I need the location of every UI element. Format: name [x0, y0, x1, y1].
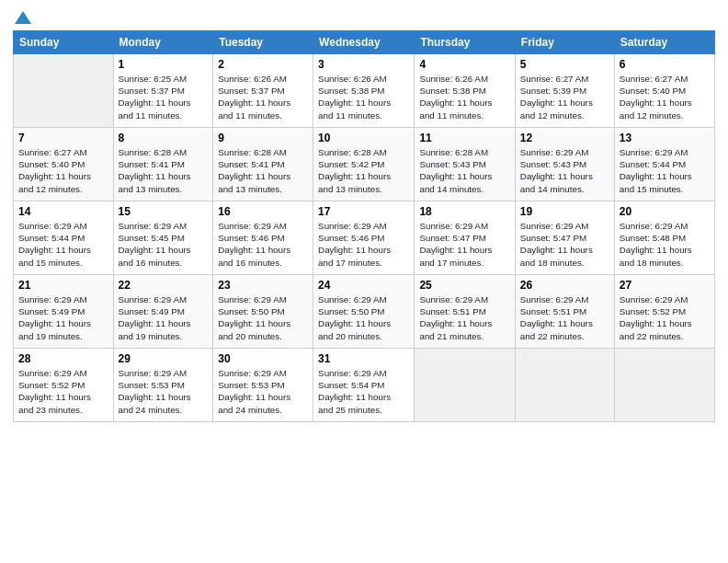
day-info: Sunrise: 6:29 AM Sunset: 5:48 PM Dayligh… — [620, 220, 710, 269]
day-number: 27 — [620, 279, 710, 292]
day-info: Sunrise: 6:25 AM Sunset: 5:37 PM Dayligh… — [119, 73, 209, 121]
weekday-header-friday: Friday — [515, 31, 614, 54]
calendar-cell — [14, 54, 114, 128]
day-info: Sunrise: 6:27 AM Sunset: 5:39 PM Dayligh… — [520, 73, 609, 121]
calendar-cell: 7Sunrise: 6:27 AM Sunset: 5:40 PM Daylig… — [14, 128, 114, 201]
weekday-header-thursday: Thursday — [415, 31, 515, 54]
weekday-header-saturday: Saturday — [614, 31, 714, 54]
calendar-table: SundayMondayTuesdayWednesdayThursdayFrid… — [13, 30, 715, 422]
day-info: Sunrise: 6:29 AM Sunset: 5:45 PM Dayligh… — [119, 220, 209, 269]
day-number: 12 — [520, 132, 609, 144]
calendar-cell: 28Sunrise: 6:29 AM Sunset: 5:52 PM Dayli… — [14, 349, 114, 422]
calendar-cell: 3Sunrise: 6:26 AM Sunset: 5:38 PM Daylig… — [313, 54, 415, 128]
day-number: 3 — [318, 58, 409, 71]
day-info: Sunrise: 6:28 AM Sunset: 5:41 PM Dayligh… — [218, 146, 308, 195]
calendar-cell: 10Sunrise: 6:28 AM Sunset: 5:42 PM Dayli… — [313, 128, 415, 201]
calendar-cell: 2Sunrise: 6:26 AM Sunset: 5:37 PM Daylig… — [213, 54, 313, 128]
day-number: 24 — [318, 279, 409, 292]
day-number: 4 — [419, 58, 509, 71]
day-info: Sunrise: 6:26 AM Sunset: 5:38 PM Dayligh… — [318, 73, 409, 121]
calendar-cell: 13Sunrise: 6:29 AM Sunset: 5:44 PM Dayli… — [614, 128, 714, 201]
day-info: Sunrise: 6:29 AM Sunset: 5:46 PM Dayligh… — [318, 220, 409, 269]
day-number: 18 — [419, 205, 509, 218]
calendar-cell: 6Sunrise: 6:27 AM Sunset: 5:40 PM Daylig… — [614, 54, 714, 128]
week-row-2: 7Sunrise: 6:27 AM Sunset: 5:40 PM Daylig… — [14, 128, 715, 201]
calendar-cell: 16Sunrise: 6:29 AM Sunset: 5:46 PM Dayli… — [213, 201, 313, 275]
calendar-cell: 24Sunrise: 6:29 AM Sunset: 5:50 PM Dayli… — [313, 275, 415, 349]
day-number: 21 — [18, 279, 108, 292]
day-info: Sunrise: 6:29 AM Sunset: 5:46 PM Dayligh… — [218, 220, 308, 269]
day-info: Sunrise: 6:28 AM Sunset: 5:43 PM Dayligh… — [419, 146, 509, 195]
weekday-header-tuesday: Tuesday — [213, 31, 313, 54]
calendar-cell: 23Sunrise: 6:29 AM Sunset: 5:50 PM Dayli… — [213, 275, 313, 349]
day-info: Sunrise: 6:29 AM Sunset: 5:50 PM Dayligh… — [218, 293, 308, 342]
day-number: 8 — [119, 132, 209, 144]
day-number: 9 — [218, 132, 308, 144]
calendar-cell: 12Sunrise: 6:29 AM Sunset: 5:43 PM Dayli… — [515, 128, 614, 201]
header — [13, 9, 715, 23]
day-info: Sunrise: 6:29 AM Sunset: 5:49 PM Dayligh… — [18, 293, 108, 342]
day-info: Sunrise: 6:29 AM Sunset: 5:47 PM Dayligh… — [520, 220, 609, 269]
weekday-header-sunday: Sunday — [14, 31, 114, 54]
calendar-cell: 17Sunrise: 6:29 AM Sunset: 5:46 PM Dayli… — [313, 201, 415, 275]
day-info: Sunrise: 6:29 AM Sunset: 5:53 PM Dayligh… — [119, 367, 209, 416]
day-number: 29 — [119, 352, 209, 365]
week-row-5: 28Sunrise: 6:29 AM Sunset: 5:52 PM Dayli… — [14, 349, 715, 422]
calendar-cell: 5Sunrise: 6:27 AM Sunset: 5:39 PM Daylig… — [515, 54, 614, 128]
calendar-cell: 22Sunrise: 6:29 AM Sunset: 5:49 PM Dayli… — [113, 275, 213, 349]
day-info: Sunrise: 6:26 AM Sunset: 5:38 PM Dayligh… — [419, 73, 509, 121]
day-number: 6 — [620, 58, 710, 71]
day-number: 10 — [318, 132, 409, 144]
day-info: Sunrise: 6:29 AM Sunset: 5:53 PM Dayligh… — [218, 367, 308, 416]
calendar-cell — [415, 349, 515, 422]
calendar-cell: 11Sunrise: 6:28 AM Sunset: 5:43 PM Dayli… — [415, 128, 515, 201]
day-number: 20 — [620, 205, 710, 218]
day-number: 25 — [419, 279, 509, 292]
day-info: Sunrise: 6:29 AM Sunset: 5:44 PM Dayligh… — [18, 220, 108, 269]
calendar-cell: 31Sunrise: 6:29 AM Sunset: 5:54 PM Dayli… — [313, 349, 415, 422]
logo-icon — [15, 9, 31, 26]
day-info: Sunrise: 6:29 AM Sunset: 5:52 PM Dayligh… — [620, 293, 710, 342]
calendar-cell: 15Sunrise: 6:29 AM Sunset: 5:45 PM Dayli… — [113, 201, 213, 275]
day-number: 26 — [520, 279, 609, 292]
week-row-3: 14Sunrise: 6:29 AM Sunset: 5:44 PM Dayli… — [14, 201, 715, 275]
day-info: Sunrise: 6:29 AM Sunset: 5:47 PM Dayligh… — [419, 220, 509, 269]
day-number: 5 — [520, 58, 609, 71]
logo — [13, 9, 31, 23]
calendar-cell — [515, 349, 614, 422]
day-number: 31 — [318, 352, 409, 365]
day-info: Sunrise: 6:29 AM Sunset: 5:52 PM Dayligh… — [18, 367, 108, 416]
week-row-1: 1Sunrise: 6:25 AM Sunset: 5:37 PM Daylig… — [14, 54, 715, 128]
day-number: 28 — [18, 352, 108, 365]
day-info: Sunrise: 6:29 AM Sunset: 5:43 PM Dayligh… — [520, 146, 609, 195]
calendar-cell: 1Sunrise: 6:25 AM Sunset: 5:37 PM Daylig… — [113, 54, 213, 128]
day-number: 1 — [119, 58, 209, 71]
page-container: SundayMondayTuesdayWednesdayThursdayFrid… — [0, 0, 728, 431]
calendar-cell: 18Sunrise: 6:29 AM Sunset: 5:47 PM Dayli… — [415, 201, 515, 275]
calendar-cell: 29Sunrise: 6:29 AM Sunset: 5:53 PM Dayli… — [113, 349, 213, 422]
day-number: 16 — [218, 205, 308, 218]
calendar-cell: 14Sunrise: 6:29 AM Sunset: 5:44 PM Dayli… — [14, 201, 114, 275]
weekday-header-wednesday: Wednesday — [313, 31, 415, 54]
day-info: Sunrise: 6:29 AM Sunset: 5:51 PM Dayligh… — [520, 293, 609, 342]
calendar-cell: 4Sunrise: 6:26 AM Sunset: 5:38 PM Daylig… — [415, 54, 515, 128]
day-number: 13 — [620, 132, 710, 144]
day-number: 23 — [218, 279, 308, 292]
weekday-header-monday: Monday — [113, 31, 213, 54]
day-info: Sunrise: 6:26 AM Sunset: 5:37 PM Dayligh… — [218, 73, 308, 121]
day-number: 15 — [119, 205, 209, 218]
calendar-cell: 21Sunrise: 6:29 AM Sunset: 5:49 PM Dayli… — [14, 275, 114, 349]
week-row-4: 21Sunrise: 6:29 AM Sunset: 5:49 PM Dayli… — [14, 275, 715, 349]
day-info: Sunrise: 6:29 AM Sunset: 5:51 PM Dayligh… — [419, 293, 509, 342]
day-number: 14 — [18, 205, 108, 218]
calendar-cell: 20Sunrise: 6:29 AM Sunset: 5:48 PM Dayli… — [614, 201, 714, 275]
day-number: 11 — [419, 132, 509, 144]
calendar-cell: 9Sunrise: 6:28 AM Sunset: 5:41 PM Daylig… — [213, 128, 313, 201]
day-info: Sunrise: 6:29 AM Sunset: 5:54 PM Dayligh… — [318, 367, 409, 416]
day-info: Sunrise: 6:29 AM Sunset: 5:44 PM Dayligh… — [620, 146, 710, 195]
calendar-cell: 30Sunrise: 6:29 AM Sunset: 5:53 PM Dayli… — [213, 349, 313, 422]
weekday-header-row: SundayMondayTuesdayWednesdayThursdayFrid… — [14, 31, 715, 54]
calendar-cell: 19Sunrise: 6:29 AM Sunset: 5:47 PM Dayli… — [515, 201, 614, 275]
day-number: 30 — [218, 352, 308, 365]
calendar-cell: 25Sunrise: 6:29 AM Sunset: 5:51 PM Dayli… — [415, 275, 515, 349]
